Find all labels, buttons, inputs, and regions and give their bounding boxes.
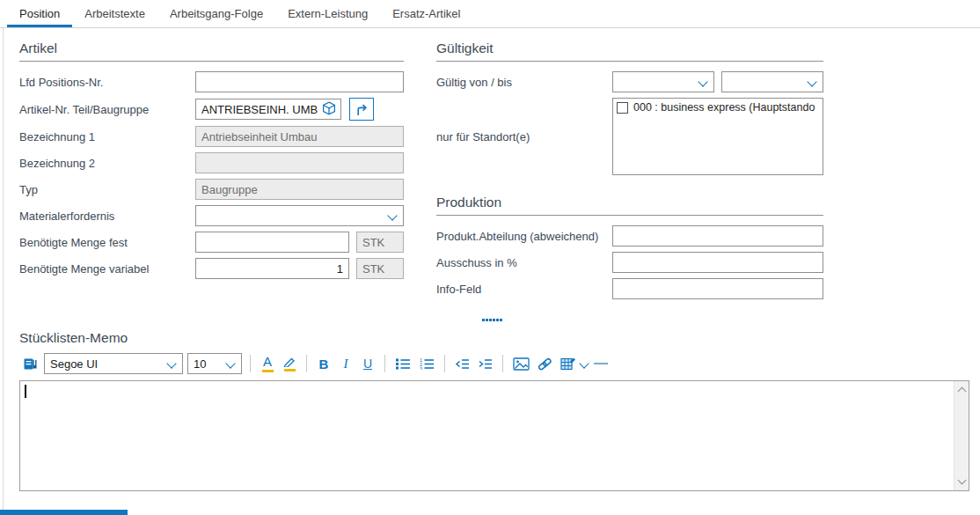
artikel-nr-input[interactable] (195, 99, 341, 120)
lfd-positions-nr-input[interactable] (195, 71, 404, 92)
underline-button[interactable]: U (359, 353, 377, 374)
section-artikel: Artikel Lfd Positions-Nr. Artikel-Nr. Te… (19, 40, 404, 305)
menge-fest-unit: STK (356, 232, 404, 253)
gueltig-bis-select[interactable] (721, 71, 823, 92)
bold-icon: B (319, 357, 329, 371)
font-size-select[interactable]: 10 (187, 353, 242, 374)
toolbar-separator (384, 355, 385, 372)
dropdown-chevron-icon (807, 77, 816, 86)
tab-arbeitstexte[interactable]: Arbeitstexte (72, 2, 157, 27)
memo-toolbar: Segoe UI 10 A (21, 352, 969, 375)
font-family-select[interactable]: Segoe UI (44, 353, 183, 374)
artikel-nr-label: Artikel-Nr. Teil/Baugruppe (19, 103, 195, 116)
numbered-list-icon: 1 2 3 (419, 357, 435, 370)
insert-table-button[interactable] (559, 353, 578, 374)
outdent-icon (455, 358, 470, 370)
bullet-list-button[interactable] (393, 353, 413, 374)
lfd-positions-nr-label: Lfd Positions-Nr. (19, 76, 195, 89)
tab-ersatz-artikel[interactable]: Ersatz-Artikel (380, 2, 472, 27)
tab-arbeitsgang-folge[interactable]: Arbeitsgang-Folge (157, 2, 275, 27)
memo-editor[interactable] (19, 380, 969, 491)
checkbox-icon[interactable] (617, 102, 628, 114)
toolbar-separator (306, 355, 307, 372)
indent-button[interactable] (476, 353, 494, 374)
field-row-produkt-abteilung: Produkt.Abteilung (abweichend) (436, 225, 823, 246)
materialerfordernis-select[interactable] (195, 205, 404, 226)
typ-label: Typ (19, 183, 195, 196)
underline-icon: U (363, 357, 372, 370)
section-gueltigkeit: Gültigkeit Gültig von / bis nur für Stan… (436, 40, 823, 175)
section-title-gueltigkeit: Gültigkeit (436, 40, 823, 62)
font-family-value: Segoe UI (50, 357, 98, 371)
field-row-materialerfordernis: Materialerfordernis (19, 205, 404, 226)
horizontal-rule-button[interactable] (592, 353, 610, 374)
text-caret (25, 385, 26, 398)
tab-extern-leistung[interactable]: Extern-Leistung (275, 2, 380, 27)
goto-artikel-button[interactable] (349, 98, 374, 121)
highlight-button[interactable] (281, 353, 298, 374)
image-icon (513, 357, 530, 371)
standorte-label: nur für Standort(e) (436, 130, 612, 143)
field-row-menge-variabel: Benötigte Menge variabel STK (19, 258, 404, 279)
text-blocks-icon (23, 357, 38, 372)
numbered-list-button[interactable]: 1 2 3 (417, 353, 436, 374)
toolbar-separator (502, 355, 503, 372)
insert-link-button[interactable] (536, 353, 554, 374)
bezeichnung-2-input (195, 152, 404, 173)
standort-item-label: 000 : business express (Hauptstando (633, 101, 815, 114)
toolbar-separator (444, 355, 445, 372)
italic-icon: I (344, 357, 348, 371)
standort-list-item[interactable]: 000 : business express (Hauptstando (617, 101, 823, 114)
gueltig-von-select[interactable] (612, 71, 714, 92)
tab-content-position: Artikel Lfd Positions-Nr. Artikel-Nr. Te… (3, 28, 980, 515)
field-row-ausschuss: Ausschuss in % (436, 252, 823, 273)
tab-bar: Position Arbeitstexte Arbeitsgang-Folge … (0, 0, 980, 28)
text-blocks-button[interactable] (21, 353, 40, 374)
field-row-standorte: nur für Standort(e) 000 : business expre… (436, 98, 823, 175)
info-feld-input[interactable] (612, 278, 823, 299)
menge-fest-input[interactable] (195, 232, 349, 253)
link-icon (538, 357, 552, 371)
tab-position[interactable]: Position (7, 2, 72, 27)
field-row-lfd-positions-nr: Lfd Positions-Nr. (19, 71, 404, 92)
ausschuss-input[interactable] (612, 252, 823, 273)
italic-button[interactable]: I (337, 353, 355, 374)
bezeichnung-1-label: Bezeichnung 1 (19, 130, 195, 143)
bezeichnung-2-label: Bezeichnung 2 (19, 157, 195, 170)
field-row-artikel-nr: Artikel-Nr. Teil/Baugruppe (19, 98, 404, 121)
produkt-abteilung-input[interactable] (612, 225, 823, 246)
splitter-handle[interactable] (4, 319, 980, 321)
field-row-info-feld: Info-Feld (436, 278, 823, 299)
field-row-typ: Typ (19, 179, 404, 200)
standorte-listbox[interactable]: 000 : business express (Hauptstando (612, 98, 823, 175)
table-edit-icon (560, 357, 576, 371)
memo-vertical-scrollbar[interactable] (954, 381, 969, 490)
scroll-down-icon[interactable] (957, 476, 966, 485)
field-row-gueltig-von-bis: Gültig von / bis (436, 71, 823, 92)
bold-button[interactable]: B (315, 353, 333, 374)
dropdown-chevron-icon (166, 358, 176, 368)
table-dropdown-chevron-icon[interactable] (579, 358, 589, 368)
font-color-button[interactable]: A (259, 353, 276, 374)
dropdown-chevron-icon (698, 77, 707, 86)
outdent-button[interactable] (453, 353, 472, 374)
bottom-scrollbar-thumb[interactable] (0, 510, 128, 515)
menge-variabel-input[interactable] (195, 258, 349, 279)
highlight-icon (283, 357, 296, 367)
dropdown-chevron-icon (225, 358, 235, 368)
section-stuecklisten-memo: Stücklisten-Memo Segoe UI 10 (19, 330, 969, 491)
cube-icon[interactable] (322, 101, 336, 115)
section-produktion: Produktion Produkt.Abteilung (abweichend… (436, 195, 823, 299)
field-row-menge-fest: Benötigte Menge fest STK (19, 232, 404, 253)
field-row-bezeichnung-1: Bezeichnung 1 (19, 126, 404, 147)
indent-icon (478, 358, 493, 370)
section-title-memo: Stücklisten-Memo (19, 330, 969, 346)
info-feld-label: Info-Feld (436, 283, 612, 296)
insert-image-button[interactable] (511, 353, 531, 374)
bullet-list-icon (395, 357, 411, 370)
menge-variabel-label: Benötigte Menge variabel (19, 262, 195, 276)
svg-text:3: 3 (420, 366, 422, 371)
section-title-artikel: Artikel (19, 40, 404, 62)
menge-variabel-unit: STK (356, 258, 404, 279)
scroll-up-icon[interactable] (957, 387, 966, 396)
